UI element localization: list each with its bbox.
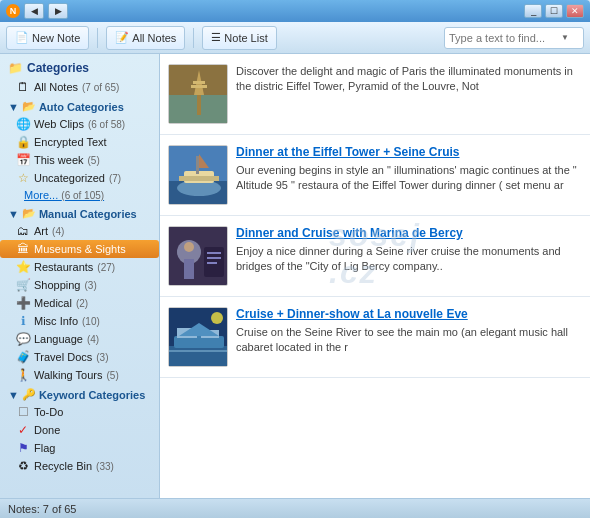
sidebar-item-medical[interactable]: ➕ Medical (2) [0,294,159,312]
sidebar-folder-icon: 📁 [8,61,23,75]
sidebar-item-flag[interactable]: ⚑ Flag [0,439,159,457]
title-bar: N ◀ ▶ ⎯ ☐ ✕ [0,0,590,22]
search-dropdown-icon[interactable]: ▼ [559,32,571,44]
sidebar-item-travel-docs[interactable]: 🧳 Travel Docs (3) [0,348,159,366]
sidebar-item-all-notes[interactable]: 🗒 All Notes (7 of 65) [0,78,159,96]
manual-categories-section: ▼ 📂 Manual Categories [0,203,159,222]
done-icon: ✓ [16,423,30,437]
sidebar-item-shopping[interactable]: 🛒 Shopping (3) [0,276,159,294]
sidebar-item-walking-tours[interactable]: 🚶 Walking Tours (5) [0,366,159,384]
svg-rect-5 [193,81,205,84]
svg-rect-20 [207,262,217,264]
main-area: 📁 Categories 🗒 All Notes (7 of 65) ▼ 📂 A… [0,54,590,498]
sidebar: 📁 Categories 🗒 All Notes (7 of 65) ▼ 📂 A… [0,54,160,498]
search-input[interactable] [449,32,559,44]
search-box[interactable]: ▼ [444,27,584,49]
title-bar-left: N ◀ ▶ [6,3,68,19]
toolbar-separator-2 [193,28,194,48]
svg-rect-18 [207,252,221,254]
note-thumbnail [168,145,228,205]
svg-rect-19 [207,257,221,259]
svg-point-15 [184,242,194,252]
sidebar-item-more[interactable]: More... (6 of 105) [0,187,159,203]
section-expand-icon-3: ▼ [8,389,19,401]
svg-point-27 [211,312,223,324]
svg-rect-10 [179,176,219,181]
sidebar-item-this-week[interactable]: 📅 This week (5) [0,151,159,169]
recycle-icon: ♻ [16,459,30,473]
all-notes-button[interactable]: 📝 All Notes [106,26,185,50]
calendar-icon: 📅 [16,153,30,167]
status-bar: Notes: 7 of 65 [0,498,590,518]
language-icon: 💬 [16,332,30,346]
note-item[interactable]: Discover the delight and magic of Paris … [160,54,590,135]
globe-icon: 🌐 [16,117,30,131]
restaurant-icon: ⭐ [16,260,30,274]
note-text: Discover the delight and magic of Paris … [236,64,582,124]
section-expand-icon-2: ▼ [8,208,19,220]
note-list-button[interactable]: ☰ Note List [202,26,276,50]
section-folder-icon: 📂 [22,100,36,113]
note-text: Cruise + Dinner-show at La nouvelle Eve … [236,307,582,367]
svg-rect-3 [197,95,201,115]
notes-list[interactable]: sosej.cz Discover the delight and magic … [160,54,590,498]
note-thumbnail [168,307,228,367]
sidebar-item-restaurants[interactable]: ⭐ Restaurants (27) [0,258,159,276]
sidebar-item-web-clips[interactable]: 🌐 Web Clips (6 of 58) [0,115,159,133]
app-icon: N [6,4,20,18]
flag-icon: ⚑ [16,441,30,455]
window-controls: ⎯ ☐ ✕ [524,4,584,18]
svg-rect-22 [169,346,228,367]
sidebar-item-todo[interactable]: ☐ To-Do [0,403,159,421]
section-folder-icon-2: 📂 [22,207,36,220]
keyword-folder-icon: 🔑 [22,388,36,401]
svg-rect-16 [184,259,194,279]
all-notes-icon: 📝 [115,31,129,44]
svg-rect-11 [196,156,199,174]
travel-icon: 🧳 [16,350,30,364]
maximize-button[interactable]: ☐ [545,4,563,18]
note-item[interactable]: Dinner at the Eiffel Tower + Seine Cruis… [160,135,590,216]
nav-forward-button[interactable]: ▶ [48,3,68,19]
sidebar-item-museums[interactable]: 🏛 Museums & Sights [0,240,159,258]
keyword-categories-section: ▼ 🔑 Keyword Categories [0,384,159,403]
note-thumbnail [168,64,228,124]
close-button[interactable]: ✕ [566,4,584,18]
sidebar-header: 📁 Categories [0,58,159,78]
walking-icon: 🚶 [16,368,30,382]
sidebar-item-recycle-bin[interactable]: ♻ Recycle Bin (33) [0,457,159,475]
info-icon: ℹ [16,314,30,328]
art-icon: 🗂 [16,224,30,238]
sidebar-item-language[interactable]: 💬 Language (4) [0,330,159,348]
status-text: Notes: 7 of 65 [8,503,77,515]
section-expand-icon: ▼ [8,101,19,113]
new-note-button[interactable]: 📄 New Note [6,26,89,50]
note-item[interactable]: Dinner and Cruise with Marina de Bercy E… [160,216,590,297]
note-text: Dinner at the Eiffel Tower + Seine Cruis… [236,145,582,205]
svg-rect-28 [169,350,228,352]
nav-back-button[interactable]: ◀ [24,3,44,19]
sidebar-item-done[interactable]: ✓ Done [0,421,159,439]
sidebar-item-uncategorized[interactable]: ☆ Uncategorized (7) [0,169,159,187]
minimize-button[interactable]: ⎯ [524,4,542,18]
note-text: Dinner and Cruise with Marina de Bercy E… [236,226,582,286]
shopping-icon: 🛒 [16,278,30,292]
sidebar-item-misc-info[interactable]: ℹ Misc Info (10) [0,312,159,330]
lock-icon: 🔒 [16,135,30,149]
note-item[interactable]: Cruise + Dinner-show at La nouvelle Eve … [160,297,590,378]
svg-rect-4 [191,85,207,88]
new-note-icon: 📄 [15,31,29,44]
note-list-icon: ☰ [211,31,221,44]
note-thumbnail [168,226,228,286]
auto-categories-section: ▼ 📂 Auto Categories [0,96,159,115]
sidebar-item-encrypted-text[interactable]: 🔒 Encrypted Text [0,133,159,151]
todo-icon: ☐ [16,405,30,419]
toolbar: 📄 New Note 📝 All Notes ☰ Note List ▼ [0,22,590,54]
sidebar-item-art[interactable]: 🗂 Art (4) [0,222,159,240]
toolbar-separator [97,28,98,48]
star-icon: ☆ [16,171,30,185]
medical-icon: ➕ [16,296,30,310]
museum-icon: 🏛 [16,242,30,256]
all-notes-icon: 🗒 [16,80,30,94]
